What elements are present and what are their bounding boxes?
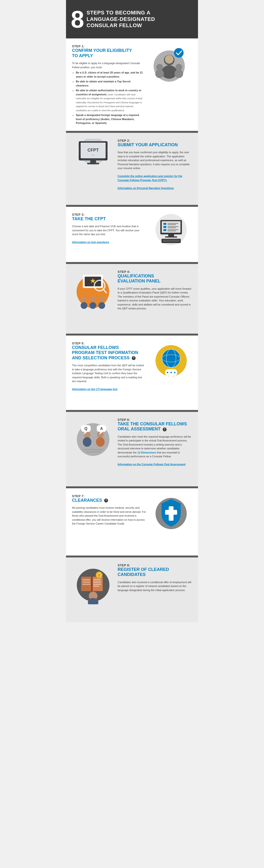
step2-link2[interactable]: Information on Personal Narrative Questi…: [118, 187, 174, 189]
question-badge-6: ?: [163, 428, 167, 431]
step5-content: STEP 5: CONSULAR FELLOWSPROGRAM TEST INF…: [72, 342, 146, 391]
step6-section: Q A STEP 6: TAKE THE CONSULAR FELLOWSORA…: [66, 412, 198, 486]
svg-point-40: [99, 297, 104, 301]
divider2: [66, 205, 198, 207]
svg-rect-25: [163, 229, 166, 231]
step3-content: STEP 3: TAKE THE CFPT Choose a test date…: [72, 213, 146, 244]
step7-title: CLEARANCES ?: [72, 498, 146, 503]
svg-point-15: [79, 139, 107, 165]
step1-bullets: Be a U.S. citizen of at least 20 years o…: [72, 71, 144, 125]
eligibility-illustration: [153, 47, 186, 85]
qep-illustration: [76, 270, 110, 311]
svg-rect-72: [92, 577, 103, 591]
step4-image: [72, 270, 114, 311]
step5-image: [150, 342, 192, 391]
divider3: [66, 262, 198, 264]
step4-title: QUALIFICATIONSEVALUATION PANEL: [118, 274, 192, 284]
step3-link[interactable]: Information on test questions: [72, 241, 109, 244]
svg-rect-77: [93, 584, 101, 585]
svg-rect-20: [167, 223, 178, 224]
step2-link1[interactable]: Complete the online application and regi…: [118, 175, 183, 182]
svg-point-3: [165, 55, 173, 64]
svg-point-36: [81, 297, 87, 301]
step3-label: STEP 3:: [72, 213, 146, 216]
svg-text:A: A: [100, 427, 103, 431]
list-item: Be a U.S. citizen of at least 20 years o…: [76, 71, 144, 79]
header-title: STEPS TO BECOMING A LANGUAGE-DESIGNATED …: [87, 10, 155, 29]
svg-rect-73: [91, 577, 93, 591]
step2-image: CFPT ☞: [72, 139, 114, 170]
header-number: 8: [71, 7, 84, 31]
svg-rect-79: [82, 579, 90, 580]
header-text: STEPS TO BECOMING A LANGUAGE-DESIGNATED …: [87, 10, 155, 29]
svg-rect-75: [93, 581, 101, 582]
svg-point-38: [91, 297, 95, 301]
svg-point-53: [174, 372, 175, 373]
svg-rect-21: [167, 224, 176, 225]
step6-label: STEP 6:: [118, 418, 192, 422]
step5-label: STEP 5:: [72, 342, 146, 345]
svg-rect-82: [82, 584, 90, 585]
divider1: [66, 131, 198, 133]
list-item: Be able to obtain and maintain a Top Sec…: [76, 80, 144, 87]
step1-image: [146, 44, 192, 85]
step7-section: STEP 7: CLEARANCES ? All passing candida…: [66, 488, 198, 556]
step3-image: [150, 213, 192, 246]
step3-title: TAKE THE CFPT: [72, 216, 146, 222]
svg-point-56: [83, 437, 92, 447]
step4-body: If your CFPT score qualifies, your appli…: [118, 287, 192, 311]
svg-rect-26: [167, 229, 178, 230]
step6-body: Candidates who meet the required languag…: [118, 435, 192, 466]
step3-section: STEP 3: TAKE THE CFPT Choose a test date…: [66, 207, 198, 262]
svg-point-52: [170, 372, 172, 373]
register-illustration: [76, 563, 110, 604]
svg-rect-69: [165, 510, 177, 515]
step3-layout: STEP 3: TAKE THE CFPT Choose a test date…: [72, 213, 192, 246]
svg-rect-28: [168, 235, 174, 236]
step5-link[interactable]: Information on the LTI language test: [72, 388, 118, 391]
step5-section: STEP 5: CONSULAR FELLOWSPROGRAM TEST INF…: [66, 336, 198, 410]
svg-rect-78: [93, 586, 99, 587]
svg-text:Q: Q: [84, 427, 87, 431]
step7-label: STEP 7:: [72, 494, 146, 498]
step4-content: STEP 4: QUALIFICATIONSEVALUATION PANEL I…: [118, 270, 192, 311]
svg-point-41: [98, 302, 105, 309]
step2-section: CFPT ☞ STEP 2: SUBMIT YOUR APPLICATION N…: [66, 133, 198, 205]
divider7: [66, 556, 198, 557]
step4-label: STEP 4:: [118, 270, 192, 274]
divider6: [66, 486, 198, 488]
step6-layout: Q A STEP 6: TAKE THE CONSULAR FELLOWSORA…: [72, 418, 192, 466]
cfpt-illustration: CFPT ☞: [76, 139, 110, 170]
svg-point-37: [80, 302, 87, 309]
step8-body: Candidates who received a conditional of…: [118, 580, 192, 592]
svg-rect-27: [167, 230, 176, 231]
step5-body: The most competitive candidates from the…: [72, 363, 146, 391]
step8-layout: STEP 8: REGISTER OF CLEAREDCANDIDATES Ca…: [72, 563, 192, 604]
step7-image: [150, 494, 192, 533]
step8-section: STEP 8: REGISTER OF CLEAREDCANDIDATES Ca…: [66, 557, 198, 622]
step1-body: To be eligible to apply for a language-d…: [72, 61, 144, 125]
svg-rect-76: [93, 583, 101, 583]
svg-point-8: [174, 48, 184, 58]
step7-body: All passing candidates must receive medi…: [72, 506, 146, 526]
step3-body: Choose a test date and Pearson VUE test …: [72, 224, 146, 244]
language-illustration: [154, 342, 188, 380]
svg-rect-29: [165, 236, 177, 238]
step8-content: STEP 8: REGISTER OF CLEAREDCANDIDATES Ca…: [118, 563, 192, 604]
svg-rect-23: [167, 226, 178, 227]
divider5: [66, 410, 198, 412]
question-badge-5: ?: [132, 356, 136, 360]
svg-rect-31: [163, 240, 179, 242]
svg-rect-19: [163, 223, 166, 225]
page-header: 8 STEPS TO BECOMING A LANGUAGE-DESIGNATE…: [66, 0, 198, 38]
step6-link[interactable]: Information on the Consular Fellows Oral…: [118, 463, 186, 466]
step2-content: STEP 2: SUBMIT YOUR APPLICATION Now that…: [118, 139, 192, 190]
svg-point-61: [96, 437, 105, 447]
step1-label: STEP 1:: [72, 44, 144, 48]
step6-image: Q A: [72, 418, 114, 466]
svg-rect-81: [82, 583, 90, 583]
question-badge-7: ?: [104, 499, 108, 502]
step5-title: CONSULAR FELLOWSPROGRAM TEST INFORMATION…: [72, 345, 146, 361]
step7-layout: STEP 7: CLEARANCES ? All passing candida…: [72, 494, 192, 533]
step6-content: STEP 6: TAKE THE CONSULAR FELLOWSORAL AS…: [118, 418, 192, 466]
